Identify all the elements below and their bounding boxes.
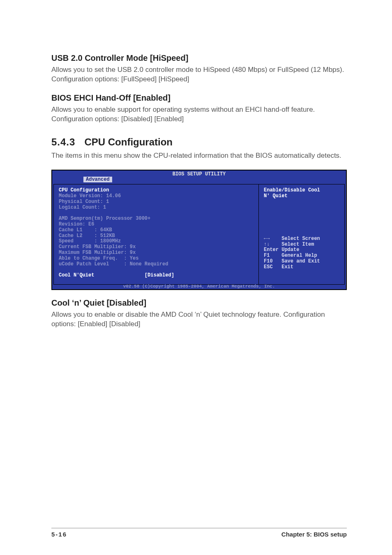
page-footer: 5-16 Chapter 5: BIOS setup [51, 528, 347, 538]
bios-title: BIOS SETUP UTILITY [52, 170, 346, 177]
section-number: 5.4.3 [51, 136, 75, 148]
bios-help-line2: N' Quiet [264, 193, 340, 199]
chapter-label: Chapter 5: BIOS setup [281, 531, 347, 538]
bios-current-fsb: Current FSB Multiplier: 9x [59, 244, 254, 250]
bios-max-fsb: Maximum FSB Multiplier: 9x [59, 250, 254, 256]
bios-cnq-label: Cool N'Quiet [59, 272, 94, 278]
bios-left-pane: CPU Configuration Module Version: 14.06 … [54, 184, 259, 284]
section-title: CPU Configuration [84, 136, 173, 147]
bios-spacer [264, 199, 340, 236]
bios-speed: Speed : 1800MHz [59, 239, 254, 244]
cool-n-quiet-heading: Cool ‘n’ Quiet [Disabled] [51, 298, 347, 308]
bios-tab-advanced: Advanced [83, 177, 112, 182]
ehci-body: Allows you to enable support for operati… [51, 105, 347, 124]
usb-controller-heading: USB 2.0 Controller Mode [HiSpeed] [51, 53, 347, 63]
bios-right-pane: Enable/Disable Cool N' Quiet ←→ Select S… [259, 184, 344, 284]
usb-controller-body: Allows you to set the USB 2.0 controller… [51, 65, 347, 84]
bios-revision: Revision: E6 [59, 222, 254, 228]
bios-tab-row: Advanced [52, 177, 346, 184]
bios-cache-l1: Cache L1 : 64KB [59, 228, 254, 233]
bios-key-select-item: ↑↓ Select Item [264, 242, 340, 248]
bios-blank [59, 267, 254, 273]
bios-logical-count: Logical Count: 1 [59, 205, 254, 211]
bios-key-select-screen: ←→ Select Screen [264, 236, 340, 242]
bios-processor: AMD Sempron(tm) Processor 3000+ [59, 216, 254, 222]
bios-cool-n-quiet-row: Cool N'Quiet [Disabled] [59, 273, 254, 279]
bios-physical-count: Physical Count: 1 [59, 199, 254, 205]
bios-cache-l2: Cache L2 : 512KB [59, 233, 254, 239]
bios-cpu-config-label: CPU Configuration [59, 188, 254, 193]
bios-key-enter: Enter Update [264, 247, 340, 253]
cpu-config-body: The items in this menu show the CPU-rela… [51, 151, 347, 161]
bios-change-freq: Able to Change Freq. : Yes [59, 256, 254, 262]
bios-copyright: v02.58 (C)Copyright 1985-2004, American … [52, 284, 346, 289]
cool-n-quiet-body: Allows you to enable or disable the AMD … [51, 310, 347, 329]
bios-module-version: Module Version: 14.06 [59, 193, 254, 199]
bios-key-f1: F1 General Help [264, 253, 340, 259]
bios-key-esc: ESC Exit [264, 265, 340, 270]
ehci-heading: BIOS EHCI Hand-Off [Enabled] [51, 93, 347, 103]
cpu-config-heading: 5.4.3CPU Configuration [51, 136, 347, 148]
bios-cnq-value: [Disabled] [145, 272, 174, 278]
bios-screenshot: BIOS SETUP UTILITY Advanced CPU Configur… [51, 170, 347, 290]
bios-blank [59, 210, 254, 216]
bios-help-line1: Enable/Disable Cool [264, 188, 340, 193]
bios-ucode: uCode Patch Level : None Required [59, 262, 254, 267]
bios-key-f10: F10 Save and Exit [264, 259, 340, 265]
page-number: 5-16 [51, 531, 67, 538]
